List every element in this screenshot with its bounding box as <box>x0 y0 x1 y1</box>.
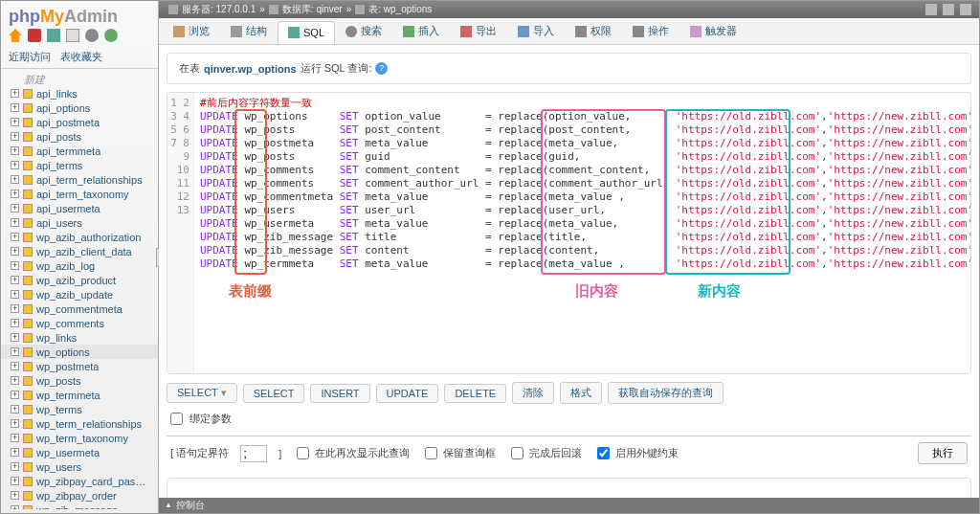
expand-icon[interactable] <box>11 261 19 270</box>
tab-sql[interactable]: SQL <box>278 21 335 44</box>
select-star-button[interactable]: SELECT <box>167 383 237 403</box>
breadcrumb-db[interactable]: qinver <box>316 1 342 18</box>
tab-ops[interactable]: 操作 <box>622 18 679 44</box>
keep-query-label[interactable]: 保留查询框 <box>421 444 496 462</box>
tab-export[interactable]: 导出 <box>450 18 507 44</box>
go-button[interactable]: 执行 <box>918 442 968 464</box>
expand-icon[interactable] <box>11 434 19 442</box>
bind-params-checkbox[interactable] <box>170 413 183 425</box>
expand-icon[interactable] <box>11 276 19 284</box>
tree-item-api_options[interactable]: api_options <box>1 101 158 115</box>
delete-button[interactable]: DELETE <box>444 384 506 403</box>
logout-icon[interactable] <box>28 29 41 42</box>
tree-item-wp_azib_authorization[interactable]: wp_azib_authorization <box>1 230 158 244</box>
code[interactable]: #前后内容字符数量一致 UPDATE wp_options SET option… <box>194 93 970 373</box>
tree-item-wp_termmeta[interactable]: wp_termmeta <box>1 388 158 402</box>
expand-icon[interactable] <box>11 132 19 141</box>
expand-icon[interactable] <box>11 218 19 227</box>
show-again-label[interactable]: 在此再次显示此查询 <box>293 444 410 462</box>
tab-browse[interactable]: 浏览 <box>163 18 220 44</box>
breadcrumb-server[interactable]: 127.0.0.1 <box>216 1 256 18</box>
tree-item-wp_terms[interactable]: wp_terms <box>1 402 158 416</box>
expand-icon[interactable] <box>11 304 19 313</box>
delim-input[interactable] <box>240 445 267 462</box>
tree-item-wp_postmeta[interactable]: wp_postmeta <box>1 359 158 373</box>
expand-icon[interactable] <box>11 103 19 112</box>
show-again-checkbox[interactable] <box>297 447 309 459</box>
expand-icon[interactable] <box>11 419 19 428</box>
tree-item-wp_options[interactable]: wp_options <box>1 345 158 359</box>
expand-icon[interactable] <box>11 448 19 457</box>
expand-icon[interactable] <box>11 376 19 385</box>
bind-params-label[interactable]: 绑定参数 <box>167 410 232 428</box>
window-maximize-icon[interactable] <box>925 4 937 15</box>
expand-icon[interactable] <box>11 146 19 155</box>
tree-item-api_usermeta[interactable]: api_usermeta <box>1 201 158 215</box>
tab-struct[interactable]: 结构 <box>220 18 278 44</box>
fk-checkbox[interactable] <box>597 447 610 459</box>
expand-icon[interactable] <box>11 462 19 471</box>
tree-item-api_posts[interactable]: api_posts <box>1 129 158 144</box>
expand-icon[interactable] <box>11 233 19 241</box>
expand-icon[interactable] <box>11 89 19 98</box>
recents-tab-recent[interactable]: 近期访问 <box>9 50 51 64</box>
autosaved-button[interactable]: 获取自动保存的查询 <box>608 382 724 404</box>
tree-item-api_terms[interactable]: api_terms <box>1 158 158 172</box>
tree-item-wp_posts[interactable]: wp_posts <box>1 373 158 388</box>
rollback-label[interactable]: 完成后回滚 <box>507 444 582 462</box>
console-toggle-icon[interactable]: ▲ <box>165 498 172 513</box>
sql-icon[interactable] <box>47 29 60 42</box>
tree-item-api_term_relationships[interactable]: api_term_relationships <box>1 172 158 187</box>
tree-item-wp_zibpay_card_password[interactable]: wp_zibpay_card_password <box>1 474 158 488</box>
expand-icon[interactable] <box>11 161 19 169</box>
format-button[interactable]: 格式 <box>560 382 602 404</box>
tree-item-wp_azib_log[interactable]: wp_azib_log <box>1 258 158 273</box>
expand-icon[interactable] <box>11 491 19 500</box>
tree-new[interactable]: 新建 <box>1 73 158 86</box>
expand-icon[interactable] <box>11 405 19 413</box>
keep-query-checkbox[interactable] <box>425 447 437 459</box>
expand-icon[interactable] <box>11 362 19 370</box>
expand-icon[interactable] <box>11 247 19 256</box>
expand-icon[interactable] <box>11 333 19 342</box>
tab-import[interactable]: 导入 <box>507 18 565 44</box>
tree-item-wp_commentmeta[interactable]: wp_commentmeta <box>1 302 158 316</box>
tree-item-wp_links[interactable]: wp_links <box>1 330 158 345</box>
update-button[interactable]: UPDATE <box>376 384 439 403</box>
tab-trig[interactable]: 触发器 <box>679 18 747 44</box>
expand-icon[interactable] <box>11 204 19 212</box>
expand-icon[interactable] <box>11 391 19 399</box>
tree-item-api_postmeta[interactable]: api_postmeta <box>1 115 158 129</box>
tree-item-wp_azib_product[interactable]: wp_azib_product <box>1 273 158 287</box>
expand-icon[interactable] <box>11 190 19 198</box>
tab-insert[interactable]: 插入 <box>392 18 450 44</box>
tree-item-wp_users[interactable]: wp_users <box>1 459 158 474</box>
expand-icon[interactable] <box>11 118 19 126</box>
expand-icon[interactable] <box>11 290 19 299</box>
rollback-checkbox[interactable] <box>511 447 523 459</box>
help-icon[interactable]: ? <box>375 62 388 75</box>
tree-item-api_users[interactable]: api_users <box>1 215 158 230</box>
tree-item-wp_azib_update[interactable]: wp_azib_update <box>1 287 158 302</box>
sql-editor[interactable]: 1 2 3 4 5 6 7 8 9 10 11 12 13 #前后内容字符数量一… <box>167 92 971 374</box>
tree-item-api_termmeta[interactable]: api_termmeta <box>1 144 158 158</box>
breadcrumb-tbl[interactable]: wp_options <box>384 1 433 18</box>
insert-button[interactable]: INSERT <box>310 384 369 403</box>
tree-item-api_links[interactable]: api_links <box>1 86 158 101</box>
tree-item-wp_term_relationships[interactable]: wp_term_relationships <box>1 416 158 431</box>
tree-item-api_term_taxonomy[interactable]: api_term_taxonomy <box>1 187 158 201</box>
expand-icon[interactable] <box>11 477 19 485</box>
tree-item-wp_usermeta[interactable]: wp_usermeta <box>1 445 158 459</box>
tree-item-wp_zibpay_order[interactable]: wp_zibpay_order <box>1 488 158 503</box>
recents-tab-fav[interactable]: 表收藏夹 <box>60 50 102 64</box>
tree-item-wp_zib_message[interactable]: wp_zib_message <box>1 503 158 509</box>
tree-item-wp_term_taxonomy[interactable]: wp_term_taxonomy <box>1 431 158 445</box>
window-menu-icon[interactable] <box>960 4 971 15</box>
home-icon[interactable] <box>9 29 22 42</box>
reload-icon[interactable] <box>104 29 118 42</box>
tree-item-wp_comments[interactable]: wp_comments <box>1 316 158 330</box>
tab-search[interactable]: 搜索 <box>335 18 392 44</box>
expand-icon[interactable] <box>11 347 19 356</box>
window-settings-icon[interactable] <box>943 4 954 15</box>
tab-priv[interactable]: 权限 <box>565 18 622 44</box>
